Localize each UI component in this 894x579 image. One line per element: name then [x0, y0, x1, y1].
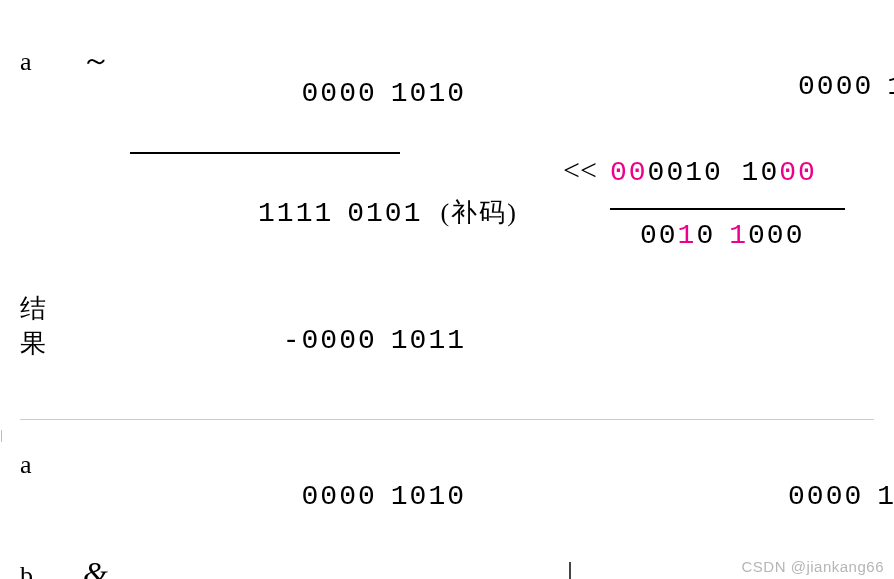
not-complement-bits: 11110101(补码)	[70, 164, 518, 261]
or-operand-a: 00001010	[600, 450, 894, 543]
not-operation-block: a ～ 00001010 11110101(补码) 结果 -00001011	[20, 40, 480, 399]
not-rule-line	[130, 152, 400, 154]
watermark-text: CSDN @jiankang66	[742, 558, 884, 575]
label-b-and: b	[20, 561, 78, 579]
and-operand-a: 00001010	[114, 450, 480, 543]
lshift-rule-line	[610, 208, 845, 210]
label-a: a	[20, 47, 78, 77]
lshift-operand-a: 00001010	[610, 40, 894, 133]
label-a-and: a	[20, 450, 78, 480]
or-operator: |	[540, 555, 600, 579]
complement-annotation: (补码)	[440, 198, 517, 227]
not-operator: ～	[78, 40, 114, 81]
section-divider	[20, 419, 874, 420]
lshift-result-bits: 00101000	[640, 220, 818, 251]
not-result-bits: -00001011	[95, 294, 480, 387]
and-operator: &	[78, 555, 114, 579]
lshift-shifted-bits: 000010 1000	[610, 157, 817, 188]
and-operation-block: a 00001010 b & 00010111 结果 00000010	[20, 450, 480, 579]
lshift-operation-block: 00001010 << 000010 1000 00101000	[540, 40, 894, 399]
not-operand: 00001010	[114, 47, 480, 140]
label-result-not: 结果	[20, 291, 66, 361]
lshift-operator: <<	[550, 153, 610, 187]
and-operand-b: 00010111	[114, 561, 480, 579]
